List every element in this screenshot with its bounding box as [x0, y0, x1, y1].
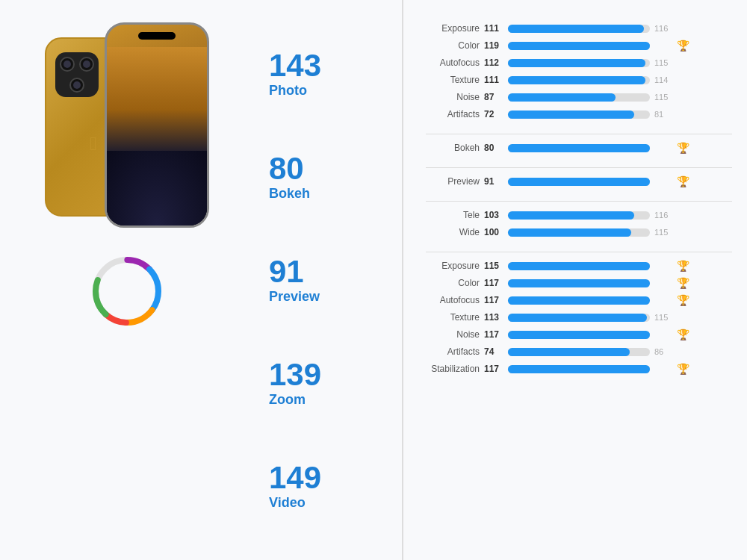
bar-label: Preview	[426, 176, 480, 187]
bar-score: 117	[484, 278, 503, 288]
bar-label: Artifacts	[426, 109, 480, 119]
bar-score: 111	[484, 23, 503, 34]
bar-group-video-bars: Exposure115🏆Color117🏆Autofocus117🏆Textur…	[426, 258, 732, 376]
bar-row: Artifacts7486	[426, 344, 732, 359]
score-section-photo: 143Photo	[269, 50, 402, 99]
score-section-video: 149Video	[269, 462, 402, 511]
bar-group-divider	[426, 134, 732, 134]
bar-score: 111	[484, 75, 503, 85]
bar-fill	[508, 42, 650, 50]
camera-module	[55, 52, 99, 97]
score-value-photo: 143	[269, 50, 402, 81]
bar-label: Color	[426, 40, 480, 51]
bar-score: 113	[484, 312, 503, 323]
bar-max: 86	[654, 347, 672, 356]
bar-score: 112	[484, 57, 503, 68]
bar-fill	[508, 331, 650, 339]
bar-score: 74	[484, 346, 503, 357]
score-value-bokeh: 80	[269, 153, 402, 184]
bar-fill	[508, 279, 650, 287]
bar-track	[508, 25, 650, 33]
bar-fill	[508, 365, 650, 373]
bar-track	[508, 111, 650, 119]
bar-max: 81	[654, 110, 672, 119]
bar-track	[508, 279, 650, 287]
trophy-icon: 🏆	[677, 294, 689, 306]
score-label-bokeh: Bokeh	[269, 186, 402, 202]
trophy-icon: 🏆	[677, 329, 689, 340]
trophy-icon: 🏆	[677, 260, 689, 272]
score-label-preview: Preview	[269, 289, 402, 305]
apple-logo-icon: 	[90, 132, 97, 155]
trophy-icon: 🏆	[677, 363, 689, 375]
bar-group-divider	[426, 167, 732, 168]
bar-label: Color	[426, 278, 480, 288]
bar-score: 117	[484, 329, 503, 340]
bar-label: Texture	[426, 312, 480, 323]
score-value-zoom: 139	[269, 359, 402, 391]
bar-track	[508, 331, 650, 339]
bar-max: 115	[654, 228, 672, 237]
bar-track	[508, 262, 650, 270]
bar-score: 117	[484, 295, 503, 305]
bar-label: Noise	[426, 329, 480, 340]
bar-fill	[508, 348, 630, 356]
bar-row: Tele103116	[426, 208, 732, 223]
score-value-video: 149	[269, 462, 402, 494]
bar-score: 117	[484, 364, 503, 374]
bar-row: Autofocus112115	[426, 55, 732, 70]
bar-label: Autofocus	[426, 57, 480, 68]
bar-fill	[508, 262, 650, 270]
bar-max: 115	[654, 58, 672, 67]
bar-fill	[508, 296, 650, 305]
bar-row: Noise87115	[426, 90, 732, 105]
bar-group-preview-bars: Preview91🏆	[426, 174, 732, 189]
bar-score: 91	[484, 176, 503, 187]
bar-label: Autofocus	[426, 295, 480, 305]
bar-row: Color119🏆	[426, 38, 732, 53]
trophy-icon: 🏆	[677, 175, 689, 187]
bar-label: Bokeh	[426, 143, 480, 153]
bar-fill	[508, 25, 644, 33]
trophy-icon: 🏆	[677, 277, 689, 289]
bar-max: 115	[654, 93, 672, 102]
bar-track	[508, 365, 650, 373]
bar-fill	[508, 211, 634, 220]
score-section-bokeh: 80Bokeh	[269, 153, 402, 202]
left-panel: 	[0, 0, 254, 560]
bar-score: 115	[484, 261, 503, 271]
ring-svg	[90, 254, 164, 329]
bar-track	[508, 314, 650, 322]
bar-max: 116	[654, 211, 672, 220]
trophy-icon: 🏆	[677, 40, 689, 52]
bar-label: Noise	[426, 92, 480, 102]
bar-row: Noise117🏆	[426, 327, 732, 342]
bar-group-bokeh-bars: Bokeh80🏆	[426, 140, 732, 155]
bar-group-divider	[426, 252, 732, 252]
bar-track	[508, 228, 650, 237]
main-content: 143Photo80Bokeh91Preview139Zoom149Video …	[254, 0, 747, 560]
bar-track	[508, 144, 650, 152]
bar-fill	[508, 178, 650, 186]
bar-row: Stabilization117🏆	[426, 361, 732, 376]
score-section-preview: 91Preview	[269, 256, 402, 305]
bar-track	[508, 93, 650, 102]
bar-max: 114	[654, 75, 672, 84]
trophy-icon: 🏆	[677, 142, 689, 154]
bars-panel: Exposure111116Color119🏆Autofocus112115Te…	[403, 0, 747, 560]
bar-group-zoom-bars: Tele103116Wide100115	[426, 208, 732, 240]
bar-track	[508, 42, 650, 50]
bar-fill	[508, 93, 616, 102]
score-section-zoom: 139Zoom	[269, 359, 402, 408]
bar-label: Exposure	[426, 261, 480, 271]
bar-fill	[508, 111, 634, 119]
bar-group-divider	[426, 201, 732, 202]
bar-track	[508, 211, 650, 220]
bar-label: Texture	[426, 75, 480, 85]
bar-track	[508, 76, 650, 84]
score-ring	[90, 254, 164, 329]
camera-lens-3	[69, 78, 84, 93]
bar-row: Bokeh80🏆	[426, 140, 732, 155]
bar-max: 115	[654, 313, 672, 322]
bar-row: Wide100115	[426, 225, 732, 240]
